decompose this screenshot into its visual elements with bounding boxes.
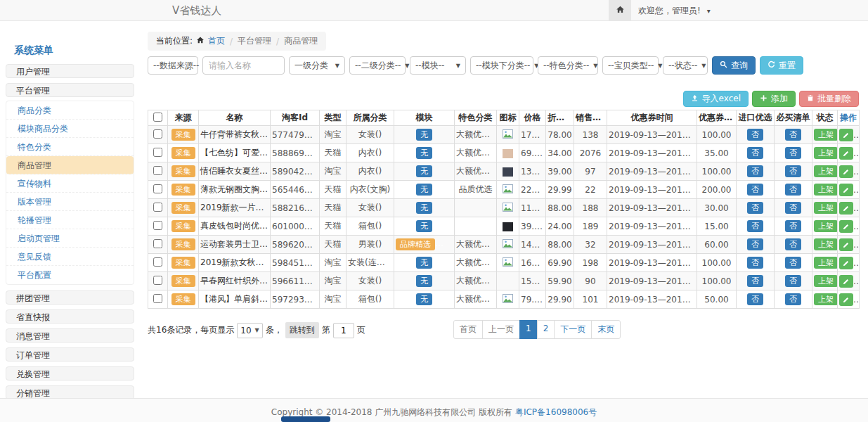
must-buy-toggle[interactable]: 否 [785,220,801,232]
row-checkbox[interactable] [153,129,162,139]
reset-button[interactable]: 重置 [760,56,803,75]
sidebar-item-distribution-management[interactable]: 分销管理 [6,385,134,399]
sidebar-item-order-management[interactable]: 订单管理 [6,347,134,362]
import-select-toggle[interactable]: 否 [747,275,763,287]
edit-button[interactable] [839,147,853,160]
must-buy-toggle[interactable]: 否 [785,275,801,287]
jump-to-button[interactable]: 跳转到 [285,322,319,338]
search-button[interactable]: 查询 [712,56,756,75]
user-menu[interactable]: 欢迎您，管理员! [638,0,711,22]
status-toggle[interactable]: 上架 [814,129,838,141]
pager-first[interactable]: 首页 [453,320,483,339]
status-toggle[interactable]: 上架 [814,257,838,269]
sidebar-subitem-goods-category[interactable]: 商品分类 [6,101,134,120]
status-toggle[interactable]: 上架 [814,147,838,159]
pager-page-1[interactable]: 1 [519,320,538,339]
must-buy-toggle[interactable]: 否 [785,184,801,196]
import-excel-button[interactable]: 导入excel [683,91,749,107]
batch-delete-button[interactable]: 批量删除 [799,91,859,107]
edit-button[interactable] [839,275,853,288]
sidebar-title: 系统菜单 [6,39,134,64]
edit-button[interactable] [839,293,853,306]
must-buy-toggle[interactable]: 否 [785,238,801,250]
data-source-select[interactable]: --数据来源--▼ [148,56,198,75]
page-number-input[interactable] [333,323,354,338]
import-select-toggle[interactable]: 否 [747,220,763,232]
must-buy-toggle[interactable]: 否 [785,202,801,214]
name-input[interactable] [202,56,285,75]
sidebar-item-group-buy-management[interactable]: 拼团管理 [6,290,134,305]
status-toggle[interactable]: 上架 [814,202,838,214]
sidebar-subitem-feedback[interactable]: 意见反馈 [6,248,134,266]
level2-category-select[interactable]: --二级分类--▼ [349,56,406,75]
edit-button[interactable] [839,129,853,141]
pager-prev[interactable]: 上一页 [482,320,520,339]
import-select-toggle[interactable]: 否 [747,202,763,214]
shop-type: 天猫 [320,181,346,199]
status-toggle[interactable]: 上架 [814,275,838,287]
row-checkbox[interactable] [153,276,162,285]
must-buy-toggle[interactable]: 否 [785,165,801,177]
sidebar-subitem-splash-page-management[interactable]: 启动页管理 [6,229,134,248]
sidebar-subitem-goods-management[interactable]: 商品管理 [6,156,134,174]
status-toggle[interactable]: 上架 [814,293,838,305]
edit-button[interactable] [839,238,853,251]
status-select[interactable]: --状态--▼ [663,56,708,75]
status-toggle[interactable]: 上架 [814,220,838,232]
import-select-toggle[interactable]: 否 [747,293,763,305]
row-checkbox[interactable] [153,257,162,267]
import-select-toggle[interactable]: 否 [747,238,763,250]
icp-link[interactable]: 粤ICP备16098006号 [515,407,597,417]
must-buy-toggle[interactable]: 否 [785,147,801,159]
breadcrumb-home-link[interactable]: 首页 [208,35,225,47]
sidebar-subitem-carousel-management[interactable]: 轮播管理 [6,211,134,229]
feature-category-select[interactable]: --特色分类--▼ [538,56,598,75]
item-type-select[interactable]: --宝贝类型--▼ [602,56,659,75]
pager-last[interactable]: 末页 [591,320,621,339]
edit-button[interactable] [839,202,853,215]
import-select-toggle[interactable]: 否 [747,129,763,141]
import-select-toggle[interactable]: 否 [747,184,763,196]
sidebar-item-user-management[interactable]: 用户管理 [6,64,134,78]
sidebar-subitem-promo-materials[interactable]: 宣传物料 [6,174,134,193]
edit-button[interactable] [839,257,853,269]
add-button[interactable]: 添加 [752,91,796,107]
status-toggle[interactable]: 上架 [814,238,838,250]
row-checkbox[interactable] [153,148,162,157]
row-checkbox[interactable] [153,221,162,230]
select-all-checkbox[interactable] [153,113,162,122]
status-toggle[interactable]: 上架 [814,184,838,196]
row-checkbox[interactable] [153,203,162,212]
must-buy-toggle[interactable]: 否 [785,129,801,141]
pager-page-2[interactable]: 2 [537,320,555,339]
must-buy-toggle[interactable]: 否 [785,293,801,305]
sidebar-subitem-module-goods-category[interactable]: 模块商品分类 [6,120,134,138]
shop-type: 淘宝 [320,272,346,290]
sidebar-subitem-platform-config[interactable]: 平台配置 [6,266,134,284]
sidebar-item-express-news[interactable]: 省直快报 [6,309,134,324]
per-page-select[interactable]: 10 ▼ [237,323,262,338]
edit-button[interactable] [839,220,853,233]
import-select-toggle[interactable]: 否 [747,165,763,177]
edit-button[interactable] [839,165,853,178]
sidebar-item-message-management[interactable]: 消息管理 [6,328,134,343]
module-select[interactable]: --模块--▼ [410,56,466,75]
column-header: 特色分类 [455,110,497,126]
sidebar-item-exchange-management[interactable]: 兑换管理 [6,366,134,381]
import-select-toggle[interactable]: 否 [747,257,763,269]
home-nav-button[interactable] [609,0,631,21]
sidebar-subitem-feature-category[interactable]: 特色分类 [6,138,134,156]
row-checkbox[interactable] [153,239,162,248]
row-checkbox[interactable] [153,184,162,193]
status-toggle[interactable]: 上架 [814,165,838,177]
sidebar-item-platform-management[interactable]: 平台管理 [6,83,134,97]
row-checkbox[interactable] [153,166,162,175]
import-select-toggle[interactable]: 否 [747,147,763,159]
module-sub-category-select[interactable]: --模块下分类--▼ [470,56,533,75]
edit-button[interactable] [839,184,853,196]
pager-next[interactable]: 下一页 [554,320,592,339]
sidebar-subitem-version-management[interactable]: 版本管理 [6,193,134,211]
row-checkbox[interactable] [153,294,162,303]
level1-category-select[interactable]: 一级分类▼ [289,56,345,75]
must-buy-toggle[interactable]: 否 [785,257,801,269]
